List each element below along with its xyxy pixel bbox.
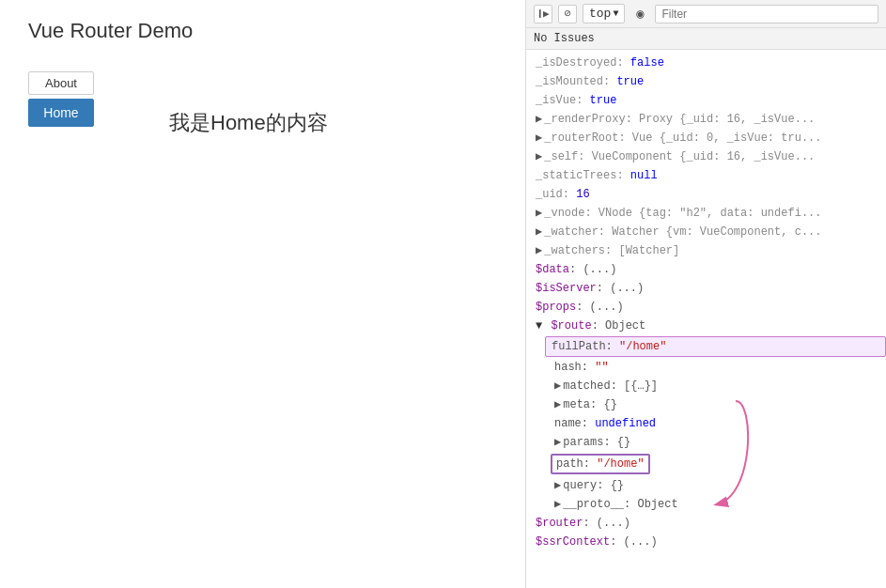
line-vnode[interactable]: ▶_vnode: VNode {tag: "h2", data: undefi.… xyxy=(526,204,886,223)
line-proto[interactable]: ▶__proto__: Object xyxy=(545,495,886,514)
line-isMounted: _isMounted: true xyxy=(526,72,886,91)
line-uid: _uid: 16 xyxy=(526,185,886,204)
line-ssrContext: $ssrContext: (...) xyxy=(526,533,886,551)
line-staticTrees: _staticTrees: null xyxy=(526,166,886,185)
line-fullpath: fullPath: "/home" xyxy=(545,336,886,357)
block-icon[interactable]: ⊘ xyxy=(558,5,577,23)
line-path: path: "/home" xyxy=(545,453,886,475)
devtools-panel: ❙▶ ⊘ top ▼ ◉ No Issues _isDestroyed: fal… xyxy=(526,0,886,588)
chevron-down-icon: ▼ xyxy=(613,8,618,19)
route-section: fullPath: "/home" hash: "" ▶matched: [{…… xyxy=(526,336,886,514)
line-isServer: $isServer: (...) xyxy=(526,279,886,298)
line-query[interactable]: ▶query: {} xyxy=(545,476,886,495)
nav-area: About Home xyxy=(28,71,94,127)
line-meta[interactable]: ▶meta: {} xyxy=(545,395,886,414)
devtools-toolbar: ❙▶ ⊘ top ▼ ◉ xyxy=(526,0,886,28)
left-panel: Vue Router Demo About Home 我是Home的内容 xyxy=(0,0,526,588)
line-hash: hash: "" xyxy=(545,358,886,377)
app-title: Vue Router Demo xyxy=(28,19,497,43)
line-renderProxy[interactable]: ▶_renderProxy: Proxy {_uid: 16, _isVue..… xyxy=(526,110,886,129)
line-data: $data: (...) xyxy=(526,260,886,279)
about-button[interactable]: About xyxy=(28,71,94,95)
issues-bar: No Issues xyxy=(526,28,886,50)
home-button[interactable]: Home xyxy=(28,99,94,127)
line-route-header[interactable]: ▼ $route: Object xyxy=(526,317,886,335)
line-isDestroyed: _isDestroyed: false xyxy=(526,54,886,72)
line-self[interactable]: ▶_self: VueComponent {_uid: 16, _isVue..… xyxy=(526,147,886,166)
home-content: 我是Home的内容 xyxy=(169,109,328,137)
line-watchers[interactable]: ▶_watchers: [Watcher] xyxy=(526,241,886,260)
line-watcher[interactable]: ▶_watcher: Watcher {vm: VueComponent, c.… xyxy=(526,223,886,241)
line-isVue: _isVue: true xyxy=(526,91,886,110)
issues-label: No Issues xyxy=(534,32,595,45)
devtools-content[interactable]: _isDestroyed: false _isMounted: true _is… xyxy=(526,50,886,588)
line-props: $props: (...) xyxy=(526,298,886,317)
line-routerRoot[interactable]: ▶_routerRoot: Vue {_uid: 0, _isVue: tru.… xyxy=(526,129,886,147)
eye-icon[interactable]: ◉ xyxy=(630,5,649,23)
filter-input[interactable] xyxy=(655,5,878,23)
line-router: $router: (...) xyxy=(526,514,886,533)
line-params[interactable]: ▶params: {} xyxy=(545,433,886,452)
line-name: name: undefined xyxy=(545,414,886,433)
top-dropdown[interactable]: top ▼ xyxy=(583,4,625,23)
line-matched[interactable]: ▶matched: [{…}] xyxy=(545,377,886,395)
top-label: top xyxy=(589,7,611,21)
panel-toggle-icon[interactable]: ❙▶ xyxy=(534,5,552,23)
